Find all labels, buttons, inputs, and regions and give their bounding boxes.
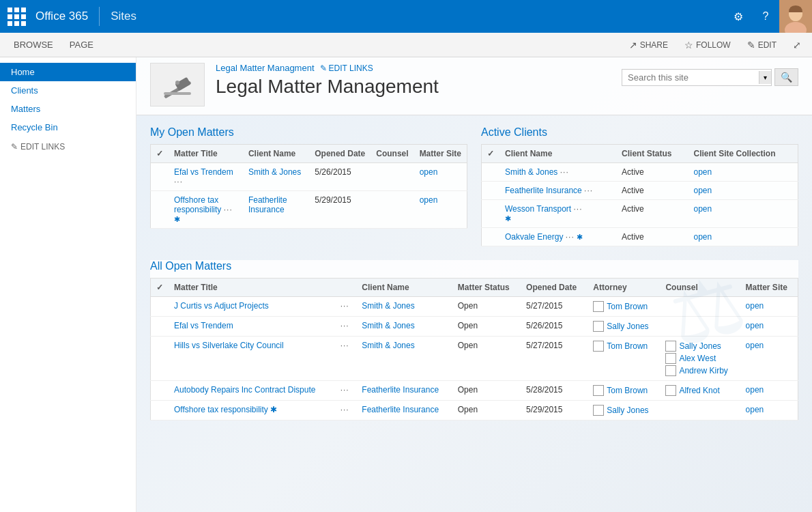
gear-icon[interactable]: ✱ [174, 215, 180, 223]
matter-site-link[interactable]: open [746, 405, 764, 414]
settings-icon[interactable]: ⚙ [725, 0, 752, 33]
matter-title-link[interactable]: Offshore tax responsibility ✱ [174, 405, 277, 414]
attorney-link[interactable]: Sally Jones [607, 406, 648, 415]
client-name-link[interactable]: Smith & Jones [505, 167, 557, 177]
sidebar-edit-links[interactable]: ✎ EDIT LINKS [0, 137, 136, 157]
gear-icon[interactable]: ✱ [505, 214, 511, 223]
client-name-link[interactable]: Featherlite Insurance [362, 385, 439, 395]
gear-icon[interactable]: ✱ [577, 233, 583, 241]
app-title[interactable]: Office 365 [33, 7, 100, 26]
sites-label[interactable]: Sites [100, 10, 147, 23]
counsel-cell [660, 317, 740, 337]
row-menu-dots[interactable]: ··· [340, 341, 349, 350]
client-name-link[interactable]: Featherlite Insurance [505, 186, 582, 195]
edit-button[interactable]: ✎ EDIT [742, 33, 782, 57]
waffle-menu-icon[interactable] [0, 0, 33, 33]
sidebar-item-home[interactable]: Home [0, 63, 136, 81]
edit-pencil-icon: ✎ [320, 63, 327, 73]
row-menu-dots[interactable]: ··· [340, 385, 349, 395]
client-name-link[interactable]: Wesson Transport [505, 204, 571, 214]
row-menu-dots[interactable]: ··· [340, 301, 349, 311]
col-client-name: Client Name [356, 279, 452, 297]
breadcrumb[interactable]: Legal Matter Managment [216, 63, 315, 73]
search-dropdown-button[interactable]: ▾ [759, 71, 771, 84]
ribbon-tab-page[interactable]: PAGE [61, 33, 102, 57]
table-row: Efal vs Trendem ··· Smith & Jones 5/26/2… [151, 163, 467, 191]
attorney-checkbox[interactable] [593, 301, 604, 312]
row-menu-dots[interactable]: ··· [566, 232, 575, 242]
client-name-link[interactable]: Oakvale Energy [505, 232, 563, 242]
row-menu-dots[interactable]: ··· [560, 167, 569, 177]
attorney-link[interactable]: Tom Brown [607, 386, 648, 395]
matter-site-link[interactable]: open [746, 301, 764, 311]
ribbon-tab-browse[interactable]: BROWSE [5, 33, 61, 57]
attorney-link[interactable]: Tom Brown [607, 302, 648, 311]
edit-label: EDIT [758, 40, 777, 50]
client-name-link[interactable]: Smith & Jones [248, 167, 301, 177]
sidebar-item-recycle-bin[interactable]: Recycle Bin [0, 118, 136, 137]
follow-button[interactable]: ☆ FOLLOW [679, 33, 736, 57]
col-dots [335, 279, 357, 297]
opened-date-cell: 5/29/2015 [309, 191, 371, 229]
counsel-checkbox[interactable] [665, 365, 676, 376]
row-menu-dots[interactable]: ··· [584, 186, 593, 195]
matter-title-link[interactable]: J Curtis vs Adjuct Projects [174, 301, 269, 311]
help-icon[interactable]: ? [752, 0, 779, 33]
attorney-checkbox[interactable] [593, 341, 604, 352]
client-name-link[interactable]: Featherlite Insurance [362, 405, 439, 414]
site-collection-link[interactable]: open [693, 167, 712, 177]
matter-title-link[interactable]: Efal vs Trendem [174, 321, 233, 330]
user-avatar[interactable] [779, 0, 812, 33]
share-button[interactable]: ↗ SHARE [624, 33, 673, 57]
attorney-link[interactable]: Sally Jones [607, 322, 648, 331]
site-collection-link[interactable]: open [693, 232, 712, 242]
client-name-link[interactable]: Smith & Jones [362, 321, 414, 330]
search-submit-button[interactable]: 🔍 [774, 68, 798, 86]
table-row: Oakvale Energy ··· ✱ Active open [482, 228, 798, 246]
row-menu-dots[interactable]: ··· [574, 204, 583, 214]
client-name-link[interactable]: Smith & Jones [362, 301, 414, 311]
matter-site-link[interactable]: open [746, 385, 764, 395]
counsel-link[interactable]: Andrew Kirby [679, 366, 727, 375]
edit-links-header-label: EDIT LINKS [329, 63, 373, 73]
matter-site-cell: open [740, 337, 798, 381]
sidebar-item-matters[interactable]: Matters [0, 100, 136, 118]
col-matter-title: Matter Title [169, 145, 243, 163]
row-menu-dots[interactable]: ··· [174, 177, 183, 186]
counsel-checkbox[interactable] [665, 353, 676, 364]
matter-title-link[interactable]: Offshore tax responsibility [174, 195, 221, 214]
matter-site-link[interactable]: open [746, 341, 764, 350]
client-name-link[interactable]: Featherlite Insurance [248, 195, 287, 214]
counsel-cell [660, 297, 740, 317]
client-name-link[interactable]: Smith & Jones [362, 341, 414, 350]
matter-site-link[interactable]: open [420, 195, 438, 205]
my-open-matters-table: ✓ Matter Title Client Name Opened Date C… [150, 144, 467, 229]
counsel-checkbox[interactable] [665, 385, 676, 396]
site-collection-link[interactable]: open [693, 204, 712, 214]
sidebar-item-clients[interactable]: Clients [0, 81, 136, 100]
row-menu-dots[interactable]: ··· [340, 405, 349, 414]
site-collection-link[interactable]: open [693, 186, 712, 195]
counsel-checkbox[interactable] [665, 341, 676, 352]
matter-title-link[interactable]: Efal vs Trendem [174, 167, 233, 177]
row-menu-dots[interactable]: ··· [340, 321, 349, 330]
counsel-link[interactable]: Sally Jones [679, 341, 721, 351]
header-edit-links[interactable]: ✎ EDIT LINKS [320, 63, 373, 73]
attorney-link[interactable]: Tom Brown [607, 341, 648, 351]
matter-site-link[interactable]: open [746, 321, 764, 330]
counsel-link[interactable]: Alfred Knot [679, 386, 719, 395]
counsel-link[interactable]: Alex West [679, 354, 716, 363]
attorney-checkbox[interactable] [593, 405, 604, 416]
row-menu-dots[interactable]: ··· [224, 205, 233, 214]
attorney-checkbox[interactable] [593, 385, 604, 396]
matter-site-link[interactable]: open [420, 167, 438, 177]
matter-title-link[interactable]: Hills vs Silverlake City Council [174, 341, 284, 350]
client-name-cell: Wesson Transport ··· ✱ [499, 200, 616, 228]
all-open-matters-table: ✓ Matter Title Client Name Matter Status… [150, 278, 798, 421]
edit-icon: ✎ [747, 40, 755, 51]
search-input[interactable] [622, 70, 759, 85]
status-cell: Open [452, 337, 521, 381]
matter-title-link[interactable]: Autobody Repairs Inc Contract Dispute [174, 385, 315, 395]
attorney-checkbox[interactable] [593, 321, 604, 332]
focus-button[interactable]: ⤢ [787, 33, 807, 57]
